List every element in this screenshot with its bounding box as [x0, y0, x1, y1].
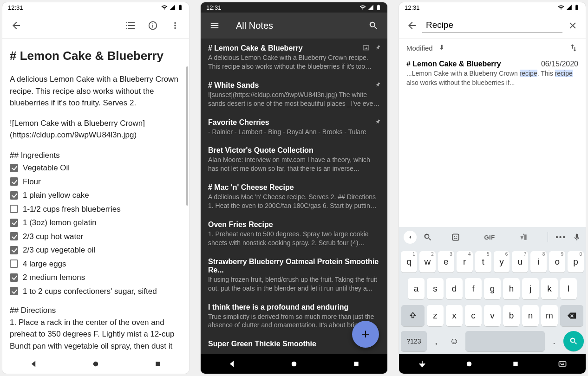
kb-sticker-icon[interactable]	[451, 233, 460, 242]
fab-add-note[interactable]: +	[352, 321, 379, 348]
scrollbar[interactable]	[186, 66, 188, 206]
nav-home[interactable]	[91, 359, 101, 369]
note-item[interactable]: Strawberry Blueberry Oatmeal Protein Smo…	[201, 252, 387, 298]
key-period[interactable]: .	[547, 331, 561, 351]
key-space[interactable]	[465, 331, 545, 351]
key-k[interactable]: k	[541, 278, 558, 299]
ingredient-item[interactable]: 1 to 2 cups confectioners' sugar, sifted	[10, 285, 182, 298]
ingredient-item[interactable]: 2/3 cup vegetable oil	[10, 243, 182, 257]
key-o[interactable]: o9	[549, 251, 565, 272]
info-button[interactable]	[143, 15, 163, 36]
key-m[interactable]: m	[541, 305, 558, 326]
ingredient-item[interactable]: Flour	[10, 175, 182, 189]
ingredient-item[interactable]: 2 medium lemons	[10, 271, 182, 285]
key-c[interactable]: c	[465, 305, 482, 326]
key-d[interactable]: d	[446, 278, 463, 299]
key-v[interactable]: v	[484, 305, 501, 326]
key-x[interactable]: x	[446, 305, 463, 326]
checkbox[interactable]	[10, 191, 18, 200]
key-j[interactable]: j	[522, 278, 539, 299]
note-item[interactable]: # White Sands![sunset](https://cldup.com…	[201, 76, 387, 113]
ingredient-item[interactable]: Vegetable Oil	[10, 161, 182, 175]
key-n[interactable]: n	[522, 305, 539, 326]
key-y[interactable]: y6	[494, 251, 510, 272]
note-item[interactable]: # Lemon Cake & BlueberryA delicious Lemo…	[201, 39, 387, 76]
key-symbols[interactable]: ?123	[401, 331, 427, 351]
key-comma[interactable]: ,	[429, 331, 443, 351]
key-search[interactable]	[563, 331, 584, 351]
key-r[interactable]: r4	[457, 251, 473, 272]
wifi-icon	[161, 4, 168, 11]
key-l[interactable]: l	[560, 278, 577, 299]
overflow-button[interactable]	[165, 15, 185, 36]
swap-icon[interactable]	[569, 43, 578, 52]
ingredient-item[interactable]: 4 large eggs	[10, 257, 182, 271]
note-item[interactable]: Oven Fries Recipe1. Preheat oven to 500 …	[201, 215, 387, 252]
checklist-button[interactable]	[120, 15, 141, 36]
nav-home[interactable]	[289, 359, 299, 369]
checkbox[interactable]	[10, 246, 18, 254]
back-button[interactable]	[402, 15, 422, 36]
checkbox[interactable]	[10, 177, 18, 186]
status-time: 12:31	[405, 4, 420, 11]
key-p[interactable]: p0	[568, 251, 584, 272]
key-s[interactable]: s	[427, 278, 444, 299]
checkbox[interactable]	[10, 205, 18, 213]
checkbox[interactable]	[10, 219, 18, 227]
nav-recent[interactable]	[351, 359, 361, 369]
key-t[interactable]: t5	[475, 251, 491, 272]
menu-button[interactable]	[204, 15, 225, 36]
kb-search-icon[interactable]	[423, 233, 432, 242]
key-e[interactable]: e3	[438, 251, 454, 272]
nav-back[interactable]	[417, 359, 427, 369]
ingredient-item[interactable]: 1 plain yellow cake	[10, 188, 182, 202]
search-result[interactable]: # Lemon Cake & Blueberry 06/15/2020 ...L…	[399, 57, 586, 87]
key-z[interactable]: z	[427, 305, 444, 326]
kb-more-icon[interactable]: •••	[555, 233, 566, 241]
kb-gif-button[interactable]: GIF	[484, 234, 495, 241]
key-f[interactable]: f	[465, 278, 482, 299]
ingredient-label: 1 (3oz) lemon gelatin	[23, 217, 97, 229]
status-bar: 12:31	[201, 2, 387, 13]
note-item[interactable]: # Mac 'n' Cheese RecipeA delicious Mac '…	[201, 178, 387, 215]
checkbox[interactable]	[10, 273, 18, 282]
key-u[interactable]: u7	[512, 251, 528, 272]
checkbox[interactable]	[10, 259, 18, 268]
key-q[interactable]: q1	[401, 251, 417, 272]
search-toolbar	[399, 13, 586, 39]
checkbox[interactable]	[10, 232, 18, 240]
ingredient-item[interactable]: 1-1/2 cups fresh blueberries	[10, 202, 182, 216]
clear-button[interactable]	[562, 15, 583, 36]
key-emoji[interactable]: ☺	[445, 331, 463, 351]
search-input[interactable]	[422, 18, 562, 32]
sort-row[interactable]: Modified	[399, 39, 586, 57]
key-b[interactable]: b	[503, 305, 520, 326]
note-item[interactable]: Favorite Cherries- Rainier - Lambert - B…	[201, 113, 387, 141]
note-editor-body[interactable]: # Lemon Cake & Blueberry A delicious Lem…	[2, 39, 189, 374]
kb-mic-icon[interactable]	[573, 233, 581, 241]
checkbox[interactable]	[10, 287, 18, 295]
nav-home[interactable]	[464, 359, 474, 369]
kb-collapse-icon[interactable]	[404, 231, 417, 244]
nav-back[interactable]	[28, 359, 39, 369]
key-w[interactable]: w2	[419, 251, 436, 272]
nav-recent[interactable]	[153, 359, 163, 369]
key-h[interactable]: h	[503, 278, 520, 299]
key-shift[interactable]	[401, 305, 425, 326]
kb-translate-icon[interactable]	[519, 233, 528, 242]
screen-search: 12:31 Modified # Lemon Cake & Blueberry …	[399, 2, 586, 374]
ingredient-item[interactable]: 1 (3oz) lemon gelatin	[10, 216, 182, 230]
note-item[interactable]: Bret Victor's Quote CollectionAlan Moore…	[201, 141, 387, 178]
nav-back[interactable]	[227, 359, 237, 369]
checkbox[interactable]	[10, 164, 18, 172]
back-button[interactable]	[6, 15, 26, 36]
key-g[interactable]: g	[484, 278, 501, 299]
nav-recent[interactable]	[510, 359, 521, 369]
search-button[interactable]	[363, 15, 384, 36]
nav-keyboard-switch[interactable]	[557, 359, 568, 369]
ingredient-item[interactable]: 2/3 cup hot water	[10, 230, 182, 244]
soft-keyboard[interactable]: GIF ••• q1w2e3r4t5y6u7i8o9p0 asdfghjkl z…	[399, 227, 586, 354]
key-a[interactable]: a	[408, 278, 425, 299]
key-backspace[interactable]	[560, 305, 583, 326]
key-i[interactable]: i8	[530, 251, 547, 272]
